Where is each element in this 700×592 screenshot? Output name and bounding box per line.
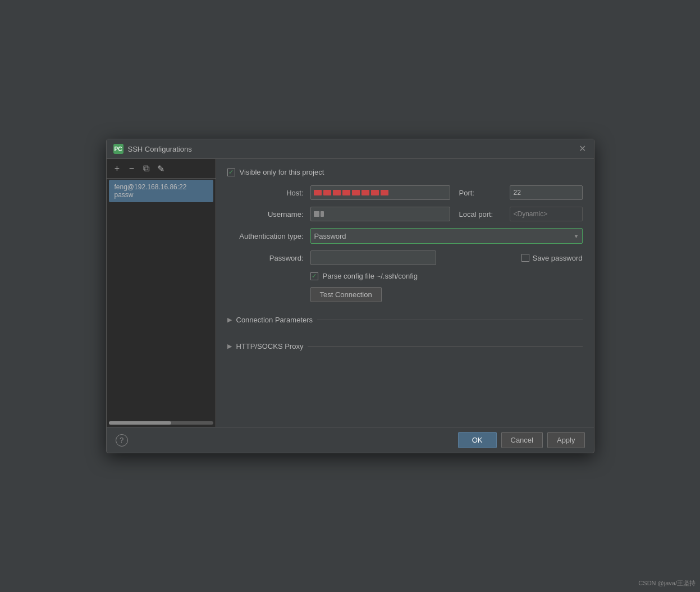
sidebar: + − ⧉ ✎ feng@192.168.16.86:22 passw [107, 159, 216, 427]
remove-button[interactable]: − [126, 162, 138, 175]
copy-button[interactable]: ⧉ [140, 162, 153, 175]
http-socks-divider [308, 346, 582, 347]
sidebar-scrollbar-thumb [109, 421, 172, 425]
ok-button[interactable]: OK [458, 432, 497, 448]
test-connection-button[interactable]: Test Connection [310, 287, 382, 302]
host-input[interactable] [310, 185, 450, 200]
host-label: Host: [227, 189, 306, 197]
port-input[interactable] [510, 185, 583, 200]
password-row: Password: Save password [227, 251, 583, 265]
save-password-checkbox[interactable] [521, 254, 529, 262]
cancel-button[interactable]: Cancel [501, 432, 543, 448]
app-icon: PC [113, 144, 123, 154]
auth-type-select-wrapper: Password Key pair OpenSSH config and aut… [310, 228, 583, 244]
save-password-label: Save password [533, 254, 583, 262]
ssh-configurations-dialog: PC SSH Configurations ✕ + − ⧉ ✎ feng@192… [106, 139, 594, 453]
dialog-titlebar: PC SSH Configurations ✕ [107, 139, 594, 159]
password-input[interactable] [310, 251, 437, 265]
password-label: Password: [227, 254, 306, 262]
http-socks-label: HTTP/SOCKS Proxy [236, 342, 304, 350]
add-button[interactable]: + [111, 162, 123, 175]
connection-params-label: Connection Parameters [236, 316, 313, 324]
auth-type-row: Authentication type: Password Key pair O… [227, 228, 583, 244]
username-input[interactable] [310, 207, 450, 221]
help-button[interactable]: ? [116, 434, 128, 447]
auth-type-label: Authentication type: [227, 232, 306, 240]
sidebar-item-ssh[interactable]: feng@192.168.16.86:22 passw [109, 180, 213, 202]
visible-only-label: Visible only for this project [240, 168, 324, 176]
visible-only-checkbox[interactable] [227, 169, 235, 176]
edit-button[interactable]: ✎ [155, 162, 167, 175]
port-label: Port: [455, 189, 505, 197]
username-label: Username: [227, 210, 306, 218]
username-localport-row: Username: Local port: [227, 207, 583, 221]
parse-config-row: Parse config file ~/.ssh/config [310, 272, 583, 280]
dialog-footer: ? OK Cancel Apply [107, 427, 594, 453]
connection-params-section[interactable]: ▶ Connection Parameters [227, 313, 583, 326]
sidebar-scrollbar[interactable] [109, 421, 213, 425]
host-port-row: Host: Port: [227, 185, 583, 200]
parse-config-label: Parse config file ~/.ssh/config [323, 272, 418, 280]
save-password-row: Save password [441, 254, 583, 262]
http-socks-chevron-icon: ▶ [227, 343, 232, 350]
dialog-body: + − ⧉ ✎ feng@192.168.16.86:22 passw Visi… [107, 159, 594, 427]
auth-type-select[interactable]: Password Key pair OpenSSH config and aut… [310, 228, 583, 244]
http-socks-section[interactable]: ▶ HTTP/SOCKS Proxy [227, 340, 583, 353]
watermark: CSDN @java/王坚持 [638, 579, 696, 588]
connection-params-divider [317, 320, 582, 320]
parse-config-checkbox[interactable] [310, 272, 318, 280]
local-port-input[interactable] [510, 207, 583, 221]
dialog-title: SSH Configurations [128, 145, 574, 153]
connection-params-chevron-icon: ▶ [227, 316, 232, 324]
apply-button[interactable]: Apply [547, 432, 585, 448]
local-port-label: Local port: [455, 210, 505, 218]
sidebar-toolbar: + − ⧉ ✎ [107, 159, 216, 179]
close-button[interactable]: ✕ [578, 144, 587, 153]
visible-only-row: Visible only for this project [227, 168, 583, 176]
footer-left: ? [116, 434, 128, 447]
main-content: Visible only for this project Host: Port… [216, 159, 594, 427]
